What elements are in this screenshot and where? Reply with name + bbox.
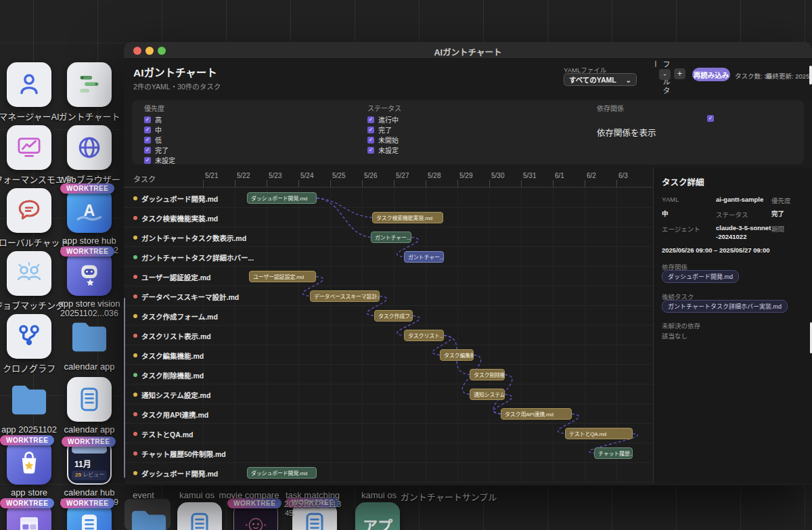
- date-header-label: 5/21: [205, 172, 218, 179]
- page-subtitle: 2件のYAML・30件のタスク: [133, 81, 221, 91]
- gantt-bar[interactable]: 通知システム...: [470, 389, 505, 400]
- gantt-bar[interactable]: タスク用API連携.md: [501, 408, 572, 420]
- worktree-badge: WORKTREE: [62, 437, 116, 447]
- reload-button[interactable]: 再読み込み: [692, 68, 730, 81]
- task-name: ダッシュボード開発.md: [141, 194, 218, 204]
- checkbox-checked-icon[interactable]: ✓: [144, 147, 151, 154]
- desktop-icon-app-20251102[interactable]: app 20251102171527: [7, 377, 51, 422]
- desktop-icon-calendar-app[interactable]: calendar app: [67, 377, 112, 422]
- date-header-label: 5/25: [332, 172, 345, 179]
- gantt-bar[interactable]: タスク編集機...: [440, 349, 474, 361]
- desktop-icon[interactable]: [127, 502, 171, 530]
- priority-dot: [133, 236, 137, 240]
- desktop-icon-label: calendar app: [64, 361, 114, 372]
- gantt-bar[interactable]: データベーススキーマ設計.md: [310, 290, 380, 302]
- date-header-label: 5/28: [428, 172, 441, 179]
- date-tick: [489, 180, 490, 187]
- monitor-chart-icon: [7, 125, 51, 170]
- gantt-bar[interactable]: ユーザー認証設定.md: [249, 271, 316, 282]
- date-tick: [521, 180, 522, 187]
- task-row: 通知システム設定.md通知システム...: [124, 384, 653, 404]
- date-tick: [394, 180, 394, 187]
- desktop-icon[interactable]: WORKTREE: [67, 503, 112, 530]
- gantt-bar[interactable]: ガントチャー...: [404, 251, 444, 263]
- zoom-in-button[interactable]: +: [674, 68, 685, 79]
- gantt-bar[interactable]: チャット履歴...: [594, 447, 633, 459]
- gantt-bar[interactable]: テストとQA.md: [565, 428, 633, 439]
- desktop-icon-app-store-hub[interactable]: AWORKTREEapp store hub20251102...412: [67, 188, 112, 233]
- desktop-icon-app-store-vision[interactable]: WORKTREEapp store vision20251102...036: [67, 251, 112, 296]
- window-edge-scrollbar[interactable]: [124, 298, 125, 478]
- clipped-edge-button: [809, 66, 812, 85]
- successor-chip[interactable]: ガントチャートタスク詳細ホバー実装.md: [662, 300, 788, 313]
- desktop-icon-label: ガントチャート: [59, 110, 120, 123]
- checkbox-checked-icon[interactable]: ✓: [144, 127, 151, 133]
- gantt-bar[interactable]: ダッシュボード開発.md: [247, 192, 317, 204]
- worktree-badge: WORKTREE: [60, 246, 114, 257]
- task-name: タスク削除機能.md: [141, 370, 204, 380]
- yaml-value: ai-gantt-sample: [716, 196, 771, 205]
- desktop-icon-calendar-hub[interactable]: 11月25 レビューWORKTREEcalendar hub20251102..…: [67, 440, 112, 485]
- task-row: タスク削除機能.mdタスク削除機...: [124, 365, 653, 384]
- window-titlebar[interactable]: AIガントチャート: [124, 42, 812, 59]
- priority-filter-option-label: 高: [155, 114, 162, 125]
- priority-label: 優先度: [771, 196, 805, 205]
- gantt-chart: タスク 5/215/225/235/245/255/265/275/285/29…: [124, 167, 653, 483]
- gantt-bar[interactable]: ガントチャー...: [371, 231, 411, 243]
- checkbox-checked-icon[interactable]: ✓: [367, 116, 374, 123]
- desktop-icon[interactable]: WORKTREE: [7, 503, 51, 530]
- date-header-label: 5/30: [491, 172, 504, 179]
- gantt-bar[interactable]: タスクリスト...: [404, 330, 444, 341]
- dependency-chip[interactable]: ダッシュボード開発.md: [662, 270, 739, 283]
- gantt-bar[interactable]: タスク作成フ...: [374, 310, 413, 322]
- task-row: ユーザー認証設定.mdユーザー認証設定.md: [124, 267, 653, 286]
- desktop-icon--[interactable]: ジョブマッチング: [7, 251, 51, 296]
- gantt-bar[interactable]: ダッシュボード開発.md: [247, 467, 317, 479]
- yaml-select-value: すべてのYAML: [569, 74, 616, 85]
- task-row: タスク編集機能.mdタスク編集機...: [124, 345, 653, 365]
- checkbox-checked-icon[interactable]: ✓: [367, 147, 374, 154]
- duration-value: 2025/05/26 09:00 – 2025/05/27 09:00: [662, 246, 805, 255]
- status-filter-option-label: 完了: [378, 125, 392, 135]
- gantt-bar[interactable]: タスク削除機...: [470, 369, 505, 380]
- dependency-checkbox[interactable]: ✓: [707, 115, 714, 122]
- letter-a-icon: AWORKTREE: [67, 188, 112, 233]
- desktop-icon-web-[interactable]: Webブラウザー: [67, 125, 112, 170]
- desktop-icon-calendar-app[interactable]: calendar app: [67, 314, 112, 359]
- desktop-icon[interactable]: WORKTREE: [233, 502, 278, 530]
- desktop-icon--[interactable]: グローバルチャット: [7, 188, 51, 233]
- date-tick: [426, 180, 426, 187]
- desktop-icon-label: app store: [11, 487, 47, 498]
- checkbox-checked-icon[interactable]: ✓: [144, 137, 151, 143]
- folder-icon: [67, 314, 112, 359]
- details-title: タスク詳細: [662, 175, 704, 188]
- desktop-icon--ai[interactable]: マネージャーAI: [7, 62, 51, 107]
- desktop-icon[interactable]: [177, 502, 222, 530]
- desktop-icon--[interactable]: クロノグラフ: [7, 314, 51, 359]
- priority-dot: [133, 412, 137, 416]
- desktop-icon-label: クロノグラフ: [3, 361, 55, 374]
- status-filter-option-label: 進行中: [378, 114, 399, 125]
- yaml-file-select[interactable]: すべてのYAML ⌄: [564, 73, 637, 86]
- desktop-icon-app-store[interactable]: WORKTREEapp store: [7, 440, 51, 485]
- status-filter-option: ✓未設定: [367, 145, 401, 155]
- zoom-out-button[interactable]: -: [659, 69, 671, 80]
- status-value: 完了: [771, 210, 805, 219]
- desktop-icon--[interactable]: パフォーマンスモニタ: [7, 125, 51, 170]
- unresolved-value: 該当なし: [662, 331, 687, 340]
- task-column-header: タスク: [133, 173, 156, 184]
- last-updated: 最終更新: 2025/11/13: [766, 71, 812, 81]
- checkbox-checked-icon[interactable]: ✓: [144, 157, 151, 164]
- checkbox-checked-icon[interactable]: ✓: [367, 127, 374, 133]
- priority-dot: [133, 471, 137, 475]
- checkbox-checked-icon[interactable]: ✓: [144, 116, 151, 123]
- priority-dot: [133, 353, 137, 357]
- priority-filter-option: ✓低: [144, 135, 175, 145]
- priority-filter-option-label: 完了: [155, 145, 168, 155]
- priority-dot: [133, 294, 137, 299]
- task-row: データベーススキーマ設計.mdデータベーススキーマ設計.md: [124, 286, 653, 306]
- desktop-icon--[interactable]: ガントチャート: [67, 62, 112, 107]
- gantt-bar[interactable]: タスク検索機能実装.md: [372, 212, 443, 223]
- desktop-icon[interactable]: アプ: [355, 502, 400, 530]
- checkbox-checked-icon[interactable]: ✓: [367, 137, 374, 143]
